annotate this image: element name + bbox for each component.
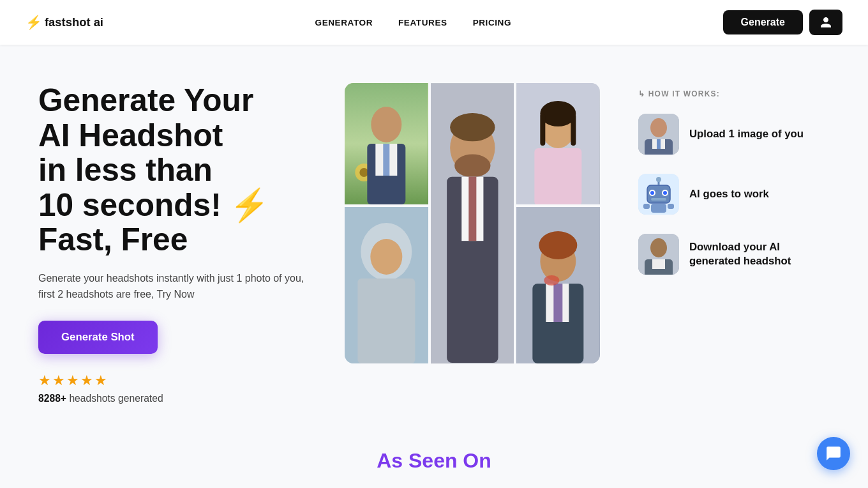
svg-point-3 [371, 107, 401, 142]
svg-rect-44 [651, 198, 666, 201]
user-icon [819, 16, 832, 29]
hero-subtext: Generate your headshots instantly with j… [38, 270, 306, 303]
step-2-label: AI goes to work [689, 187, 769, 201]
photo-cell-3 [516, 83, 600, 204]
as-seen-on-heading: As Seen On [38, 449, 830, 473]
as-seen-on-section: As Seen On [0, 423, 868, 488]
headshots-count: 8288+ headshots generated [38, 393, 306, 404]
how-it-works-label: ↳ HOW IT WORKS: [638, 89, 830, 98]
step-2-icon [638, 174, 679, 215]
svg-rect-45 [651, 204, 666, 213]
photo-cell-5 [516, 207, 600, 363]
chat-button[interactable] [817, 437, 850, 470]
nav-link-generator[interactable]: GENERATOR [315, 18, 373, 27]
count-text: headshots generated [66, 393, 163, 404]
svg-rect-29 [554, 284, 563, 322]
svg-point-17 [541, 101, 576, 126]
step-ai: AI goes to work [638, 174, 830, 215]
generate-shot-button[interactable]: Generate Shot [38, 321, 158, 354]
nav-actions: Generate [723, 10, 842, 35]
hero-section: Generate Your AI Headshot in less than 1… [0, 45, 868, 423]
photo-cell-4 [345, 207, 428, 363]
step-1-label: Upload 1 image of you [689, 127, 804, 141]
svg-point-32 [650, 118, 667, 137]
nav-links: GENERATOR FEATURES PRICING [315, 18, 512, 27]
step-download: Download your AI generated headshot [638, 234, 830, 275]
hero-heading: Generate Your AI Headshot in less than 1… [38, 83, 306, 257]
svg-point-43 [663, 191, 667, 195]
hero-left: Generate Your AI Headshot in less than 1… [38, 83, 306, 404]
hero-center [345, 83, 600, 363]
step-3-icon [638, 234, 679, 275]
person-illustration-5 [516, 207, 600, 363]
rating-stars: ★★★★★ [38, 372, 306, 389]
logo-bolt: ⚡ [26, 15, 42, 30]
svg-rect-18 [541, 114, 546, 146]
account-button[interactable] [809, 10, 842, 35]
person-illustration-2 [431, 83, 514, 363]
person-illustration-4 [345, 207, 428, 363]
step-upload: Upload 1 image of you [638, 114, 830, 155]
svg-point-39 [656, 177, 661, 182]
svg-point-9 [454, 154, 490, 177]
photo-cell-1 [345, 83, 428, 204]
navbar: ⚡ fastshot ai GENERATOR FEATURES PRICING… [0, 0, 868, 45]
svg-point-49 [650, 238, 667, 257]
person-illustration-1 [345, 83, 428, 204]
logo-text: fastshot ai [45, 15, 103, 29]
svg-rect-19 [571, 114, 576, 146]
svg-rect-16 [535, 148, 582, 204]
hero-right: ↳ HOW IT WORKS: Upload 1 image of you [638, 83, 830, 294]
svg-rect-12 [468, 177, 476, 241]
step-1-icon [638, 114, 679, 155]
nav-link-features[interactable]: FEATURES [398, 18, 447, 27]
svg-rect-35 [657, 139, 661, 149]
step-3-label: Download your AI generated headshot [689, 240, 830, 268]
photo-cell-2 [431, 83, 514, 363]
svg-point-2 [359, 168, 368, 177]
svg-rect-51 [652, 259, 665, 269]
photo-grid [345, 83, 600, 363]
count-bold: 8288+ [38, 393, 66, 404]
generate-nav-button[interactable]: Generate [723, 10, 803, 34]
svg-rect-6 [383, 144, 389, 176]
svg-rect-47 [668, 204, 674, 209]
svg-point-26 [539, 231, 578, 259]
person-illustration-3 [516, 83, 600, 204]
chat-icon [825, 445, 842, 462]
svg-point-22 [370, 239, 402, 275]
svg-point-13 [450, 113, 495, 141]
nav-link-pricing[interactable]: PRICING [473, 18, 511, 27]
svg-point-30 [544, 275, 560, 286]
svg-rect-46 [643, 204, 650, 209]
logo[interactable]: ⚡ fastshot ai [26, 15, 103, 30]
svg-rect-23 [357, 278, 415, 363]
svg-point-41 [650, 191, 654, 195]
